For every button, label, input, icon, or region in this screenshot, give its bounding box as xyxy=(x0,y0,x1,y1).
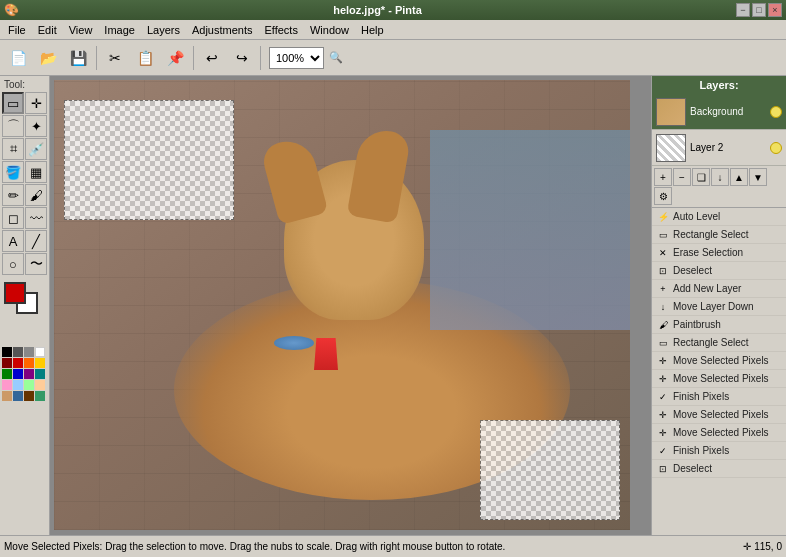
palette-pink[interactable] xyxy=(2,380,12,390)
history-item-8[interactable]: ✛Move Selected Pixels xyxy=(652,352,786,370)
canvas-area[interactable] xyxy=(50,76,651,535)
palette-chocolate[interactable] xyxy=(24,391,34,401)
layer-properties-button[interactable]: ⚙ xyxy=(654,187,672,205)
blue-frisbee xyxy=(274,336,314,350)
layer-visibility-background[interactable] xyxy=(770,106,782,118)
cut-button[interactable]: ✂ xyxy=(101,44,129,72)
palette-purple[interactable] xyxy=(24,369,34,379)
save-button[interactable]: 💾 xyxy=(64,44,92,72)
menubar-item-view[interactable]: View xyxy=(63,22,99,38)
pencil-tool[interactable]: ✏ xyxy=(2,184,24,206)
menubar-item-window[interactable]: Window xyxy=(304,22,355,38)
palette-seagreen[interactable] xyxy=(35,391,45,401)
menubar-item-layers[interactable]: Layers xyxy=(141,22,186,38)
palette-orange[interactable] xyxy=(24,358,34,368)
menubar-item-file[interactable]: File xyxy=(2,22,32,38)
palette-lightblue[interactable] xyxy=(13,380,23,390)
move-layer-up-button[interactable]: ▲ xyxy=(730,168,748,186)
history-item-11[interactable]: ✛Move Selected Pixels xyxy=(652,406,786,424)
layer-item-layer2[interactable]: Layer 2 xyxy=(652,130,786,166)
gradient-tool[interactable]: ▦ xyxy=(25,161,47,183)
menubar-item-help[interactable]: Help xyxy=(355,22,390,38)
zoom-select[interactable]: 100% 50% 200% xyxy=(269,47,324,69)
palette-brown[interactable] xyxy=(2,391,12,401)
menubar-item-edit[interactable]: Edit xyxy=(32,22,63,38)
status-message: Move Selected Pixels: Drag the selection… xyxy=(4,541,743,552)
maximize-button[interactable]: □ xyxy=(752,3,766,17)
foreground-color-swatch[interactable] xyxy=(4,282,26,304)
line-tool[interactable]: ╱ xyxy=(25,230,47,252)
history-item-0[interactable]: ⚡Auto Level xyxy=(652,208,786,226)
history-list[interactable]: ⚡Auto Level▭Rectangle Select✕Erase Selec… xyxy=(652,208,786,535)
smudge-tool[interactable]: 〰 xyxy=(25,207,47,229)
eraser-tool[interactable]: ◻ xyxy=(2,207,24,229)
history-item-1[interactable]: ▭Rectangle Select xyxy=(652,226,786,244)
merge-layer-button[interactable]: ↓ xyxy=(711,168,729,186)
new-button[interactable]: 📄 xyxy=(4,44,32,72)
history-item-14[interactable]: ⊡Deselect xyxy=(652,460,786,478)
paintbrush-tool[interactable]: 🖌 xyxy=(25,184,47,206)
magic-wand-tool[interactable]: ✦ xyxy=(25,115,47,137)
history-item-13[interactable]: ✓Finish Pixels xyxy=(652,442,786,460)
history-icon-4: + xyxy=(656,282,670,296)
text-tool[interactable]: A xyxy=(2,230,24,252)
palette-black[interactable] xyxy=(2,347,12,357)
layer-name-background: Background xyxy=(690,106,770,117)
history-text-5: Move Layer Down xyxy=(673,301,754,312)
delete-layer-button[interactable]: − xyxy=(673,168,691,186)
history-item-3[interactable]: ⊡Deselect xyxy=(652,262,786,280)
history-item-5[interactable]: ↓Move Layer Down xyxy=(652,298,786,316)
history-item-4[interactable]: +Add New Layer xyxy=(652,280,786,298)
open-button[interactable]: 📂 xyxy=(34,44,62,72)
menubar-item-effects[interactable]: Effects xyxy=(259,22,304,38)
history-item-6[interactable]: 🖌Paintbrush xyxy=(652,316,786,334)
close-button[interactable]: × xyxy=(768,3,782,17)
palette-yellow[interactable] xyxy=(35,358,45,368)
move-layer-down-button[interactable]: ▼ xyxy=(749,168,767,186)
undo-button[interactable]: ↩ xyxy=(198,44,226,72)
copy-button[interactable]: 📋 xyxy=(131,44,159,72)
layer-item-background[interactable]: Background xyxy=(652,94,786,130)
move-tool[interactable]: ✛ xyxy=(25,92,47,114)
history-item-10[interactable]: ✓Finish Pixels xyxy=(652,388,786,406)
palette-white[interactable] xyxy=(35,347,45,357)
history-icon-8: ✛ xyxy=(656,354,670,368)
palette-darkred[interactable] xyxy=(2,358,12,368)
crop-tool[interactable]: ⌗ xyxy=(2,138,24,160)
redo-button[interactable]: ↪ xyxy=(228,44,256,72)
history-icon-6: 🖌 xyxy=(656,318,670,332)
paste-button[interactable]: 📌 xyxy=(161,44,189,72)
tool-label: Tool: xyxy=(2,78,47,91)
layer-thumbnail-layer2 xyxy=(656,134,686,162)
history-item-12[interactable]: ✛Move Selected Pixels xyxy=(652,424,786,442)
rectangle-select-tool[interactable]: ▭ xyxy=(2,92,24,114)
palette-green[interactable] xyxy=(2,369,12,379)
menubar-item-adjustments[interactable]: Adjustments xyxy=(186,22,259,38)
shapes-tool[interactable]: ○ xyxy=(2,253,24,275)
history-item-7[interactable]: ▭Rectangle Select xyxy=(652,334,786,352)
palette-teal[interactable] xyxy=(35,369,45,379)
duplicate-layer-button[interactable]: ❑ xyxy=(692,168,710,186)
add-layer-button[interactable]: + xyxy=(654,168,672,186)
coordinates-value: 115, 0 xyxy=(754,541,782,552)
palette-red[interactable] xyxy=(13,358,23,368)
canvas[interactable] xyxy=(54,80,630,530)
history-text-2: Erase Selection xyxy=(673,247,743,258)
zoom-fit-button[interactable]: 🔍 xyxy=(326,48,346,68)
freeform-shapes-tool[interactable]: 〜 xyxy=(25,253,47,275)
layer-visibility-layer2[interactable] xyxy=(770,142,782,154)
lasso-tool[interactable]: ⌒ xyxy=(2,115,24,137)
history-item-9[interactable]: ✛Move Selected Pixels xyxy=(652,370,786,388)
palette-gray[interactable] xyxy=(24,347,34,357)
layers-header: Layers: xyxy=(652,76,786,94)
minimize-button[interactable]: − xyxy=(736,3,750,17)
palette-navy[interactable] xyxy=(13,391,23,401)
palette-darkgray[interactable] xyxy=(13,347,23,357)
eyedropper-tool[interactable]: 💉 xyxy=(25,138,47,160)
palette-peach[interactable] xyxy=(35,380,45,390)
history-item-2[interactable]: ✕Erase Selection xyxy=(652,244,786,262)
palette-blue[interactable] xyxy=(13,369,23,379)
paint-bucket-tool[interactable]: 🪣 xyxy=(2,161,24,183)
menubar-item-image[interactable]: Image xyxy=(98,22,141,38)
palette-lightgreen[interactable] xyxy=(24,380,34,390)
